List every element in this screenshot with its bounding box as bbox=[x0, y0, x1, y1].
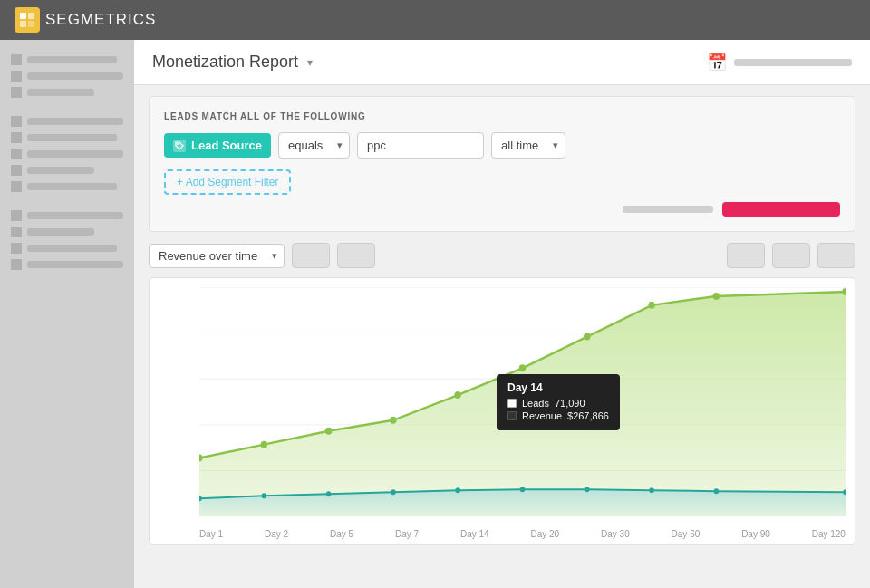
header: SEGMETRICS bbox=[0, 0, 870, 40]
sidebar-icon bbox=[11, 227, 22, 237]
chart-right-button-1[interactable] bbox=[727, 243, 765, 268]
sidebar-line bbox=[27, 56, 117, 63]
page-title: Monetization Report bbox=[152, 53, 298, 72]
sidebar-icon bbox=[11, 71, 22, 82]
tooltip-leads-dot bbox=[508, 399, 517, 408]
filter-panel: LEADS MATCH ALL OF THE FOLLOWING Lead So… bbox=[149, 96, 856, 232]
equals-select-wrap[interactable]: equals ▾ bbox=[278, 132, 350, 159]
sidebar-item bbox=[11, 181, 123, 192]
logo: SEGMETRICS bbox=[14, 7, 156, 33]
sidebar-icon bbox=[11, 54, 22, 65]
time-select-wrap[interactable]: all time ▾ bbox=[491, 132, 566, 159]
x-label-day7: Day 7 bbox=[395, 529, 419, 539]
leads-dot bbox=[714, 488, 720, 494]
x-label-day1: Day 1 bbox=[199, 529, 223, 539]
sidebar-line bbox=[27, 183, 117, 190]
chart-right-button-3[interactable] bbox=[817, 243, 856, 268]
sidebar-item bbox=[11, 227, 123, 237]
svg-point-4 bbox=[177, 143, 179, 145]
sidebar-line bbox=[27, 167, 94, 174]
add-segment-button[interactable]: + Add Segment Filter bbox=[164, 169, 291, 195]
action-placeholder bbox=[623, 206, 713, 213]
sidebar-line bbox=[27, 134, 117, 141]
sidebar-item bbox=[11, 54, 123, 65]
svg-rect-2 bbox=[20, 21, 26, 27]
revenue-dot bbox=[261, 441, 268, 448]
sidebar-item bbox=[11, 71, 123, 82]
top-bar: Monetization Report ▾ 📅 bbox=[134, 40, 870, 85]
sidebar-icon bbox=[11, 210, 22, 221]
x-label-day2: Day 2 bbox=[265, 529, 288, 539]
leads-dot bbox=[585, 487, 590, 492]
sidebar-group-3 bbox=[11, 210, 123, 270]
filter-value-input[interactable] bbox=[357, 132, 484, 159]
x-label-day14: Day 14 bbox=[460, 529, 489, 539]
sidebar-item bbox=[11, 210, 123, 221]
sidebar-icon bbox=[11, 259, 22, 270]
sidebar-group-1 bbox=[11, 54, 123, 98]
revenue-dot bbox=[713, 293, 720, 300]
sidebar-icon bbox=[11, 132, 22, 143]
lead-source-tag[interactable]: Lead Source bbox=[164, 133, 271, 158]
filter-actions bbox=[164, 202, 840, 217]
x-label-day30: Day 30 bbox=[601, 529, 630, 539]
calendar-wrap: 📅 bbox=[707, 53, 852, 72]
sidebar-icon bbox=[11, 87, 22, 98]
calendar-icon[interactable]: 📅 bbox=[707, 53, 727, 72]
revenue-dot bbox=[519, 364, 527, 371]
tag-icon bbox=[173, 140, 186, 152]
sidebar-line bbox=[27, 89, 94, 96]
sidebar-item bbox=[11, 87, 123, 98]
content-area: Monetization Report ▾ 📅 LEADS MATCH ALL … bbox=[134, 40, 870, 588]
tooltip-day: Day 14 bbox=[508, 381, 609, 394]
chart-tooltip: Day 14 Leads 71,090 Revenue $267,866 bbox=[497, 374, 620, 430]
sidebar-item bbox=[11, 165, 123, 176]
chart-toolbar-right bbox=[727, 243, 856, 268]
x-label-day5: Day 5 bbox=[330, 529, 353, 539]
leads-dot bbox=[326, 491, 332, 496]
chart-section: Revenue over time ▾ bbox=[149, 243, 856, 545]
sidebar-item bbox=[11, 243, 123, 254]
x-label-day90: Day 90 bbox=[741, 529, 770, 539]
leads-dot bbox=[391, 489, 396, 495]
leads-dot bbox=[649, 487, 654, 493]
svg-rect-1 bbox=[28, 13, 34, 19]
apply-button[interactable] bbox=[722, 202, 840, 217]
equals-select[interactable]: equals bbox=[278, 132, 350, 159]
sidebar-line bbox=[27, 72, 123, 80]
sidebar bbox=[0, 40, 134, 588]
chart-right-button-2[interactable] bbox=[772, 243, 810, 268]
filter-row: Lead Source equals ▾ all time ▾ bbox=[164, 132, 840, 159]
chart-type-select[interactable]: Revenue over time bbox=[149, 244, 285, 268]
lead-source-label: Lead Source bbox=[191, 139, 262, 152]
filter-section-label: LEADS MATCH ALL OF THE FOLLOWING bbox=[164, 111, 840, 121]
chart-button-2[interactable] bbox=[337, 243, 375, 268]
sidebar-line bbox=[27, 118, 123, 125]
chart-button-1[interactable] bbox=[292, 243, 330, 268]
sidebar-icon bbox=[11, 116, 22, 127]
tooltip-leads-row: Leads 71,090 bbox=[508, 398, 609, 409]
chart-toolbar: Revenue over time ▾ bbox=[149, 243, 856, 268]
logo-text: SEGMETRICS bbox=[45, 11, 156, 29]
revenue-dot bbox=[390, 417, 397, 424]
sidebar-line bbox=[27, 150, 123, 158]
sidebar-line bbox=[27, 245, 117, 252]
sidebar-item bbox=[11, 116, 123, 127]
leads-dot bbox=[520, 487, 526, 492]
y-axis bbox=[150, 287, 199, 516]
main-layout: Monetization Report ▾ 📅 LEADS MATCH ALL … bbox=[0, 40, 870, 588]
logo-icon bbox=[14, 7, 40, 33]
add-segment-wrap: + Add Segment Filter bbox=[164, 169, 840, 195]
svg-rect-3 bbox=[28, 21, 34, 27]
tooltip-leads-label: Leads bbox=[522, 398, 549, 409]
x-axis: Day 1 Day 2 Day 5 Day 7 Day 14 Day 20 Da… bbox=[199, 529, 846, 539]
title-dropdown-arrow[interactable]: ▾ bbox=[307, 56, 313, 69]
tooltip-revenue-value: $267,866 bbox=[567, 410, 609, 421]
chart-area: Day 14 Leads 71,090 Revenue $267,866 bbox=[149, 277, 856, 545]
sidebar-icon bbox=[11, 243, 22, 254]
time-select[interactable]: all time bbox=[491, 132, 566, 159]
chart-type-select-wrap[interactable]: Revenue over time ▾ bbox=[149, 244, 285, 268]
tooltip-revenue-row: Revenue $267,866 bbox=[508, 410, 609, 421]
tooltip-leads-value: 71,090 bbox=[555, 398, 585, 409]
revenue-dot bbox=[325, 428, 333, 435]
